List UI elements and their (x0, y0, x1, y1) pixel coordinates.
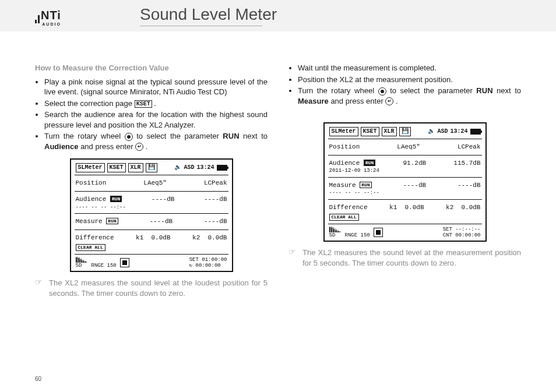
run-badge: RUN (110, 196, 122, 202)
audience-row: Audience RUN ----dB ----dB (76, 194, 227, 205)
step-item: Turn the rotary wheel to select the para… (298, 86, 521, 106)
header-row: Position LAeq5" LCPeak (76, 178, 227, 189)
run-badge: RUN (106, 218, 118, 224)
brand-logo: NTi AUDIO (35, 6, 61, 23)
measure-label: Measure (76, 218, 103, 225)
tab-kset: KSET (361, 127, 379, 136)
step-item: Turn the rotary wheel to select the para… (44, 131, 268, 151)
audience-laeq: ----dB (152, 195, 175, 204)
difference-label: Difference (329, 203, 368, 212)
audience-label: Audience (76, 196, 107, 203)
measure-row: Measure RUN ----dB ----dB (76, 216, 227, 227)
set-timer: 01:00:00 (202, 257, 227, 263)
rotary-wheel-icon (378, 87, 386, 96)
tab-xlr: XLR (382, 127, 397, 136)
step-item: Select the correction page KSET . (44, 98, 268, 109)
screen-topbar: SLMeter KSET XLR 💾 🔈 ASD 13:24 (76, 163, 227, 172)
level-bars-icon (76, 257, 117, 263)
col-laeq: LAeq5" (143, 179, 167, 188)
audience-label: Audience (329, 160, 360, 167)
step-item: Wait until the measurement is completed. (298, 63, 521, 73)
page: NTi AUDIO Sound Level Meter How to Measu… (0, 0, 556, 392)
clear-all-button: CLEAR ALL (329, 214, 359, 221)
section-heading: How to Measure the Correction Value (35, 63, 268, 73)
diff-k2: 0.0dB (207, 234, 227, 241)
tab-xlr: XLR (128, 163, 143, 172)
step-item: Position the XL2 at the measurement posi… (298, 75, 521, 85)
col-lcpeak: LCPeak (204, 179, 227, 188)
note-b: ☞ The XL2 measures the sound level at th… (288, 248, 521, 268)
audience-lcpeak: 115.7dB (453, 159, 480, 168)
tab-slmeter: SLMeter (76, 163, 105, 172)
col-position: Position (76, 179, 107, 188)
clear-all-button: CLEAR ALL (76, 244, 105, 251)
stop-icon (374, 228, 383, 237)
measure-label: Measure (329, 182, 356, 189)
enter-icon (385, 97, 393, 105)
diff-k1: 0.0dB (151, 234, 170, 241)
difference-label: Difference (76, 234, 114, 242)
column-right: Wait until the measurement is completed.… (288, 63, 521, 373)
hand-icon: ☞ (288, 248, 297, 268)
enter-icon (135, 143, 143, 151)
steps-list-a: Play a pink noise signal at the typical … (35, 77, 268, 152)
repeat-timer: 00:00:00 (196, 263, 221, 269)
kset-icon: KSET (135, 100, 152, 108)
screen-topbar: SLMeter KSET XLR 💾 🔈 ASD 13:24 (329, 127, 481, 136)
brand-sub: AUDIO (42, 22, 61, 27)
diff-k1: 0.0dB (404, 204, 424, 211)
header-row: Position LAeq5" LCPeak (329, 142, 481, 153)
audience-sub: 2011-12-09 13:24 (329, 167, 481, 174)
save-icon: 💾 (399, 127, 411, 136)
speaker-icon: 🔈 (428, 128, 435, 136)
level-bars-icon (329, 227, 370, 232)
note-text: The XL2 measures the sound level at the … (302, 248, 521, 268)
rotary-wheel-icon (125, 133, 133, 141)
column-left: How to Measure the Correction Value Play… (35, 63, 268, 373)
clock-value: 13:24 (196, 164, 214, 172)
measure-laeq: ----dB (403, 181, 427, 190)
difference-row: Difference k1 0.0dB k2 0.0dB (76, 232, 227, 243)
note-a: ☞ The XL2 measures the sound level at th… (35, 278, 268, 298)
asd-label: ASD (437, 128, 448, 136)
screen-footer: SD RNGE 150 SET 01:00:00 ↻ 00:00:00 (76, 257, 227, 269)
battery-icon (470, 129, 481, 135)
col-laeq: LAeq5" (397, 143, 420, 151)
clock-value: 13:24 (450, 128, 467, 136)
note-text: The XL2 measures the sound level at the … (49, 278, 268, 298)
battery-icon (217, 165, 227, 171)
measure-lcpeak: ----dB (458, 181, 481, 190)
col-lcpeak: LCPeak (458, 143, 481, 151)
cnt-timer: 00:00:00 (455, 232, 480, 238)
device-screen-a: SLMeter KSET XLR 💾 🔈 ASD 13:24 Position … (70, 158, 233, 272)
top-bar (0, 0, 556, 31)
cnt-label: CNT (443, 232, 452, 238)
tab-kset: KSET (107, 163, 126, 172)
audience-laeq: 91.2dB (403, 159, 427, 168)
title-underline (140, 26, 262, 26)
stop-icon (120, 258, 129, 267)
device-screen-b: SLMeter KSET XLR 💾 🔈 ASD 13:24 Position … (323, 122, 487, 242)
content: How to Measure the Correction Value Play… (35, 63, 521, 373)
col-position: Position (329, 143, 360, 151)
measure-laeq: ----dB (150, 217, 173, 226)
step-item: Search the audience area for the locatio… (44, 110, 268, 130)
set-timer: --:--:-- (455, 227, 480, 232)
measure-lcpeak: ----dB (204, 217, 227, 226)
audience-lcpeak: ----dB (204, 195, 227, 204)
difference-row: Difference k1 0.0dB k2 0.0dB (329, 202, 481, 213)
hand-icon: ☞ (35, 278, 43, 298)
audience-sub: ---- -- -- --:-- (76, 204, 227, 211)
steps-list-b: Wait until the measurement is completed.… (288, 63, 521, 106)
run-badge: RUN (364, 160, 375, 166)
diff-k2: 0.0dB (461, 204, 480, 211)
asd-label: ASD (184, 164, 194, 172)
tab-slmeter: SLMeter (329, 127, 358, 136)
measure-sub: ---- -- -- --:-- (329, 189, 481, 196)
screen-footer: SD RNGE 150 SET --:--:-- CNT 00:00:00 (329, 227, 481, 238)
page-number: 60 (35, 375, 41, 383)
run-badge: RUN (360, 182, 371, 188)
step-item: Play a pink noise signal at the typical … (44, 77, 268, 97)
speaker-icon: 🔈 (174, 164, 181, 172)
page-title: Sound Level Meter (140, 3, 277, 26)
